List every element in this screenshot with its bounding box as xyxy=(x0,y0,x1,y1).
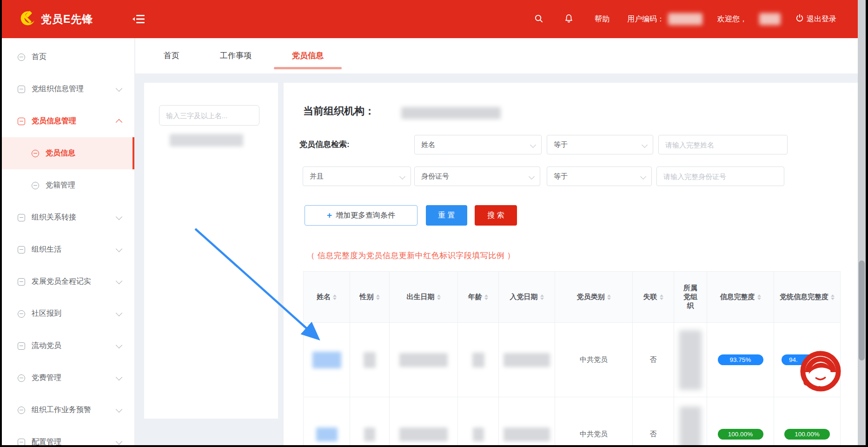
sort-icon[interactable] xyxy=(437,294,441,300)
brand-title: 党员E先锋 xyxy=(41,12,93,27)
sidebar-item-member-development[interactable]: 发展党员全程记实 xyxy=(2,266,134,298)
logic-select[interactable]: 并且 xyxy=(303,167,411,186)
membership-icon xyxy=(32,182,39,189)
tab-member-info[interactable]: 党员信息 xyxy=(274,38,342,73)
search-button[interactable]: 搜 索 xyxy=(475,205,517,226)
col-info-completeness[interactable]: 信息完整度 xyxy=(707,272,774,323)
bell-icon[interactable] xyxy=(564,14,573,25)
completeness-note: （ 信息完整度为党员信息更新中红色标识字段填写比例 ） xyxy=(307,250,515,261)
customer-service-icon[interactable] xyxy=(799,349,842,393)
field-select-2-value: 身份证号 xyxy=(421,172,449,180)
add-condition-button[interactable]: + 增加更多查询条件 xyxy=(305,205,417,226)
sidebar-item-label: 流动党员 xyxy=(32,341,61,351)
sort-icon[interactable] xyxy=(376,294,380,300)
party-org-redacted xyxy=(680,407,701,446)
sort-icon[interactable] xyxy=(660,294,663,300)
add-condition-label: 增加更多查询条件 xyxy=(336,211,395,220)
col-age[interactable]: 年龄 xyxy=(458,272,499,323)
sidebar-item-label: 配置管理 xyxy=(32,437,61,445)
operator-select-1[interactable]: 等于 xyxy=(547,135,653,154)
app-logo: 党员E先锋 xyxy=(18,0,93,38)
tab-home[interactable]: 首页 xyxy=(153,38,190,73)
sidebar-item-org-relation-transfer[interactable]: 组织关系转接 xyxy=(2,201,134,234)
org-tree-node-redacted[interactable] xyxy=(170,134,243,147)
sort-icon[interactable] xyxy=(757,294,761,300)
member-card-icon xyxy=(18,118,25,125)
col-birth-date[interactable]: 出生日期 xyxy=(390,272,458,323)
col-join-date[interactable]: 入党日期 xyxy=(499,272,555,323)
sidebar-item-label: 组织生活 xyxy=(32,245,61,254)
cell-info-completeness: 93.75% xyxy=(707,323,774,397)
sort-icon[interactable] xyxy=(831,294,835,300)
field-select-1-value: 姓名 xyxy=(421,140,435,148)
col-name[interactable]: 姓名 xyxy=(304,272,350,323)
sidebar-item-member-info-mgmt[interactable]: 党员信息管理 xyxy=(2,105,134,137)
value-input-2[interactable] xyxy=(656,167,784,186)
name-link-redacted[interactable] xyxy=(316,427,338,441)
col-party-org[interactable]: 所属党组织 xyxy=(674,272,707,323)
completeness-badge: 100.00% xyxy=(718,429,763,440)
mobile-member-icon xyxy=(18,342,25,350)
user-name-redacted xyxy=(759,13,781,25)
cell-info-completeness: 100.00% xyxy=(707,397,774,446)
dues-coin-icon xyxy=(18,374,25,382)
sidebar-item-org-life[interactable]: 组织生活 xyxy=(2,234,134,266)
sidebar-item-config-mgmt[interactable]: 配置管理 xyxy=(2,426,134,445)
scrollbar-thumb[interactable] xyxy=(859,260,865,360)
sidebar-item-membership-mgmt[interactable]: 党籍管理 xyxy=(2,169,134,201)
sort-icon[interactable] xyxy=(484,294,488,300)
sidebar-item-label: 党费管理 xyxy=(32,373,61,383)
field-select-2[interactable]: 身份证号 xyxy=(414,167,540,186)
sidebar-item-label: 组织关系转接 xyxy=(32,213,76,222)
table-header-row: 姓名 性别 出生日期 年龄 入党日期 党员类别 失联 所属党组织 信息完整度 党… xyxy=(304,272,841,323)
sidebar-item-dues-mgmt[interactable]: 党费管理 xyxy=(2,362,134,394)
org-tree-search-input[interactable] xyxy=(159,105,259,126)
current-org-label: 当前组织机构： xyxy=(303,104,375,118)
page-scrollbar[interactable] xyxy=(858,0,866,445)
field-select-1[interactable]: 姓名 xyxy=(414,135,542,154)
sort-icon[interactable] xyxy=(540,294,544,300)
sidebar-item-label: 首页 xyxy=(32,52,46,62)
cell-lost-contact: 否 xyxy=(633,323,674,397)
table-row: 中共党员 否 93.75% 94. xyxy=(304,323,841,397)
reset-button[interactable]: 重 置 xyxy=(426,205,467,226)
org-file-icon xyxy=(18,86,25,93)
col-lost-contact[interactable]: 失联 xyxy=(633,272,674,323)
table-row: 中共党员 否 100.00% 100.00% xyxy=(304,397,841,446)
value-input-1[interactable] xyxy=(658,135,788,154)
sort-icon[interactable] xyxy=(607,294,611,300)
member-search-label: 党员信息检索: xyxy=(299,135,350,154)
user-code-label: 用户编码： xyxy=(627,14,664,24)
org-tree-panel xyxy=(144,83,278,419)
operator-select-2[interactable]: 等于 xyxy=(547,167,652,186)
logout-button[interactable]: 退出登录 xyxy=(795,14,836,24)
help-link[interactable]: 帮助 xyxy=(595,14,610,24)
operator-select-2-value: 等于 xyxy=(554,172,568,180)
sidebar-item-label: 社区报到 xyxy=(32,309,61,319)
col-gender[interactable]: 性别 xyxy=(350,272,390,323)
power-icon xyxy=(795,14,804,24)
cell-birth-date xyxy=(390,397,458,446)
sidebar-item-org-work-warning[interactable]: 组织工作业务预警 xyxy=(2,394,134,426)
sidebar-item-label: 党员信息 xyxy=(46,148,75,158)
birth-date-redacted xyxy=(399,353,448,367)
tab-work-items[interactable]: 工作事项 xyxy=(210,38,262,73)
community-person-icon xyxy=(18,310,25,318)
sort-icon[interactable] xyxy=(333,294,337,300)
cell-birth-date xyxy=(390,323,458,397)
sidebar-item-mobile-members[interactable]: 流动党员 xyxy=(2,330,134,362)
search-icon[interactable] xyxy=(534,14,543,25)
sidebar-item-member-info[interactable]: 党员信息 xyxy=(2,137,134,169)
sidebar-item-org-info-mgmt[interactable]: 党组织信息管理 xyxy=(2,73,134,105)
col-member-type[interactable]: 党员类别 xyxy=(555,272,633,323)
member-table: 姓名 性别 出生日期 年龄 入党日期 党员类别 失联 所属党组织 信息完整度 党… xyxy=(303,271,841,445)
col-stat-completeness[interactable]: 党统信息完整度 xyxy=(774,272,841,323)
sidebar-item-community-checkin[interactable]: 社区报到 xyxy=(2,298,134,330)
sidebar-collapse-icon[interactable] xyxy=(132,14,145,24)
sidebar-item-home[interactable]: 首页 xyxy=(2,41,134,73)
name-link-redacted[interactable] xyxy=(312,352,341,368)
cell-name[interactable] xyxy=(304,323,350,397)
cell-name[interactable] xyxy=(304,397,350,446)
warning-icon xyxy=(18,407,25,414)
plus-icon: + xyxy=(327,210,332,220)
